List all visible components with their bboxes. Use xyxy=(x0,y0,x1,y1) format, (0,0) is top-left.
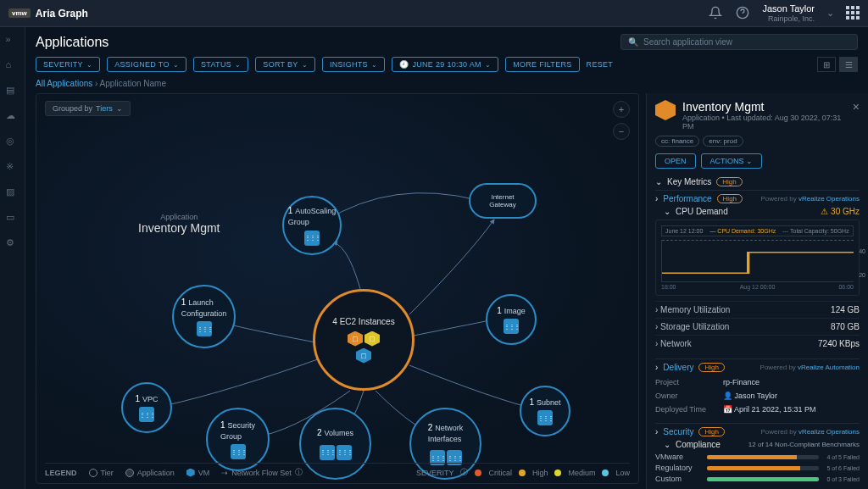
monitor-icon[interactable]: ▭ xyxy=(6,212,19,225)
filter-sort[interactable]: SORT BY⌄ xyxy=(255,57,315,72)
search-input[interactable]: 🔍 Search application view xyxy=(620,34,858,50)
grouped-by-select[interactable]: Grouped by Tiers ⌄ xyxy=(45,101,131,116)
compliance-vmware: VMware4 of 5 Failed xyxy=(655,453,860,461)
gear-icon[interactable]: ⚙ xyxy=(6,237,19,251)
filter-date[interactable]: 🕘JUNE 29 10:30 AM⌄ xyxy=(392,57,498,72)
open-button[interactable]: OPEN xyxy=(655,153,696,169)
view-graph-button[interactable]: ⊞ xyxy=(817,57,836,72)
node-internet-gateway[interactable]: InternetGateway xyxy=(469,183,537,219)
grid-icon xyxy=(197,321,212,336)
node-vpc[interactable]: 1 VPC xyxy=(121,382,172,433)
cloud-icon[interactable]: ☁ xyxy=(6,110,19,124)
filter-more[interactable]: MORE FILTERS xyxy=(505,57,579,72)
filter-status[interactable]: STATUS⌄ xyxy=(193,57,248,72)
info-deployed: Deployed Time📅 April 21 2022, 15:31 PM xyxy=(655,403,860,416)
graph-canvas[interactable]: Grouped by Tiers ⌄ + − xyxy=(36,93,639,484)
powered-link[interactable]: vRealize Automation xyxy=(798,364,860,371)
close-icon[interactable]: × xyxy=(853,100,860,114)
security-header[interactable]: › Security High Powered by vRealize Oper… xyxy=(655,423,860,436)
main: Applications 🔍 Search application view S… xyxy=(25,27,868,489)
clock-icon: 🕘 xyxy=(399,60,409,69)
compliance-header[interactable]: ⌄ Compliance12 of 14 Non-Compliant Bench… xyxy=(655,440,860,449)
cpu-demand-header[interactable]: ⌄ CPU Demand⚠ 30 GHz xyxy=(655,207,860,216)
metric-storage[interactable]: › Storage Utilization870 GB xyxy=(655,318,860,335)
grid-icon xyxy=(231,444,246,459)
grid-icon xyxy=(504,319,519,334)
breadcrumb-root[interactable]: All Applications xyxy=(36,79,92,88)
flow-icon: ⇢ xyxy=(221,469,228,477)
topbar: vmw Aria Graph Jason Taylor Rainpole, In… xyxy=(0,0,868,27)
filter-insights[interactable]: INSIGHTS⌄ xyxy=(322,57,385,72)
search-icon: 🔍 xyxy=(628,37,638,47)
performance-header[interactable]: › Performance High Powered by vRealize O… xyxy=(655,190,860,203)
user-name: Jason Taylor xyxy=(762,3,815,14)
chevron-down-icon: ⌄ xyxy=(485,61,491,69)
link-icon[interactable]: ※ xyxy=(6,161,19,175)
filter-assigned[interactable]: ASSIGNED TO⌄ xyxy=(107,57,186,72)
info-project: Projectrp-Finance xyxy=(655,375,860,389)
chevron-down-icon: ⌄ xyxy=(302,61,308,69)
app-label: Application Inventory Mgmt xyxy=(138,213,220,235)
node-launch-config[interactable]: 1 Launch Configuration xyxy=(172,285,236,348)
home-icon[interactable]: ⌂ xyxy=(6,59,19,73)
detail-panel: Inventory Mgmt Application • Last update… xyxy=(646,93,868,489)
page-title: Applications xyxy=(36,35,108,50)
panel-title: Inventory Mgmt xyxy=(682,100,846,114)
apps-grid-icon[interactable] xyxy=(846,6,860,19)
chevron-down-icon: ⌄ xyxy=(235,61,241,69)
zoom-out-button[interactable]: − xyxy=(613,123,630,140)
bell-icon[interactable] xyxy=(708,5,723,20)
node-ec2-instances[interactable]: 4 EC2 Instances □ □ □ xyxy=(313,289,415,391)
reset-button[interactable]: RESET xyxy=(587,60,614,69)
user-menu[interactable]: Jason Taylor Rainpole, Inc. xyxy=(762,3,815,24)
grid-icon xyxy=(304,231,320,246)
chart-icon[interactable]: ▨ xyxy=(6,186,19,200)
product-name: Aria Graph xyxy=(36,8,88,19)
grid-icon xyxy=(537,410,553,425)
actions-button[interactable]: ACTIONS ⌄ xyxy=(701,153,763,169)
hex-icon: □ xyxy=(364,331,380,347)
key-metrics-header[interactable]: ⌄ Key Metrics High xyxy=(655,177,860,186)
tag-list: cc: finance env: prod xyxy=(655,136,860,147)
zoom-in-button[interactable]: + xyxy=(613,101,630,118)
user-org: Rainpole, Inc. xyxy=(768,14,815,24)
delivery-header[interactable]: › Delivery High Powered by vRealize Auto… xyxy=(655,358,860,372)
sidebar: » ⌂ ▤ ☁ ◎ ※ ▨ ▭ ⚙ xyxy=(0,27,25,489)
target-icon[interactable]: ◎ xyxy=(6,136,19,149)
tag[interactable]: env: prod xyxy=(703,136,743,147)
layers-icon[interactable]: ▤ xyxy=(6,85,19,98)
compliance-regulatory: Regulatory5 of 6 Failed xyxy=(655,464,860,472)
grid-icon xyxy=(320,445,335,460)
chevron-down-icon: ⌄ xyxy=(371,61,377,69)
app-hex-icon xyxy=(655,100,676,120)
info-icon[interactable]: ⓘ xyxy=(460,467,468,478)
product-logo[interactable]: vmw Aria Graph xyxy=(8,8,88,19)
hex-icon: □ xyxy=(356,348,371,364)
powered-link[interactable]: vRealize Operations xyxy=(798,195,860,203)
grid-icon xyxy=(139,407,154,422)
chevron-down-icon: ⌄ xyxy=(86,61,92,69)
node-subnet[interactable]: 1 Subnet xyxy=(520,386,570,436)
info-icon[interactable]: ⓘ xyxy=(295,467,303,478)
node-security-group[interactable]: 1 Security Group xyxy=(206,408,270,471)
metric-network[interactable]: › Network7240 KBps xyxy=(655,335,860,352)
chevron-down-icon: ⌄ xyxy=(116,104,123,113)
chevron-down-icon[interactable]: ⌄ xyxy=(826,8,834,19)
view-list-button[interactable]: ☰ xyxy=(839,57,858,72)
powered-link[interactable]: vRealize Operations xyxy=(798,428,860,436)
filter-severity[interactable]: SEVERITY⌄ xyxy=(36,57,100,72)
application-icon xyxy=(125,469,134,477)
breadcrumb-current: Application Name xyxy=(100,79,166,88)
vm-icon xyxy=(186,469,195,477)
hex-icon: □ xyxy=(348,331,363,347)
node-image[interactable]: 1 Image xyxy=(486,294,537,345)
filter-bar: SEVERITY⌄ ASSIGNED TO⌄ STATUS⌄ SORT BY⌄ … xyxy=(25,53,868,79)
metric-memory[interactable]: › Memory Utilization124 GB xyxy=(655,301,860,318)
collapse-icon[interactable]: » xyxy=(6,34,19,47)
compliance-custom: Custom0 of 3 Failed xyxy=(655,475,860,483)
chevron-down-icon: ⌄ xyxy=(173,61,179,69)
help-icon[interactable] xyxy=(735,5,750,20)
node-autoscaling[interactable]: 1 AutoScaling Group xyxy=(282,196,342,255)
tag[interactable]: cc: finance xyxy=(655,136,699,147)
cpu-chart: June 12 12:00— CPU Demand: 30GHz--- Tota… xyxy=(655,219,860,296)
